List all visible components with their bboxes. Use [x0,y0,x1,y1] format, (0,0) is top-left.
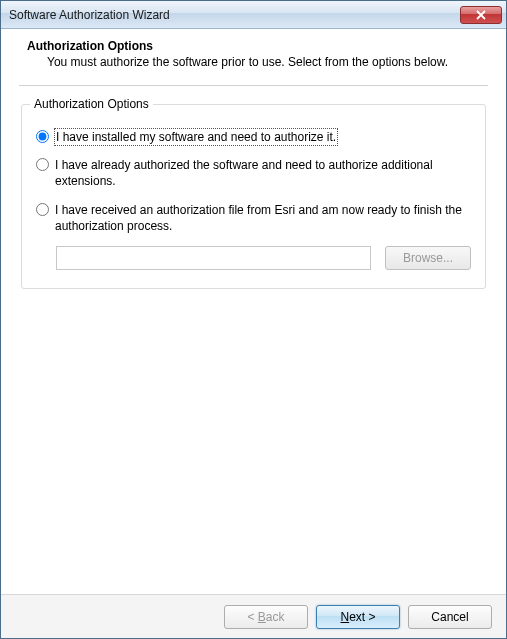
wizard-content: Authorization Options You must authorize… [1,29,506,594]
close-icon [476,10,486,20]
browse-button: Browse... [385,246,471,270]
authorization-options-group: Authorization Options I have installed m… [21,104,486,289]
divider [19,85,488,86]
titlebar: Software Authorization Wizard [1,1,506,29]
window-title: Software Authorization Wizard [9,8,460,22]
option-label: I have received an authorization file fr… [55,202,471,234]
page-title: Authorization Options [27,39,488,53]
option-authorization-file[interactable]: I have received an authorization file fr… [36,202,471,234]
radio-authorization-file[interactable] [36,203,49,216]
close-button[interactable] [460,6,502,24]
option-label: I have already authorized the software a… [55,157,471,189]
group-label: Authorization Options [30,97,153,111]
page-subtitle: You must authorize the software prior to… [27,55,488,69]
authorization-file-row: Browse... [56,246,471,270]
back-button: < Back [224,605,308,629]
radio-additional-extensions[interactable] [36,158,49,171]
radio-install-authorize[interactable] [36,130,49,143]
wizard-header: Authorization Options You must authorize… [19,39,488,79]
authorization-file-input [56,246,371,270]
option-install-authorize[interactable]: I have installed my software and need to… [36,129,471,145]
option-additional-extensions[interactable]: I have already authorized the software a… [36,157,471,189]
option-label: I have installed my software and need to… [55,129,337,145]
wizard-footer: < Back Next > Cancel [1,594,506,638]
next-button[interactable]: Next > [316,605,400,629]
cancel-button[interactable]: Cancel [408,605,492,629]
